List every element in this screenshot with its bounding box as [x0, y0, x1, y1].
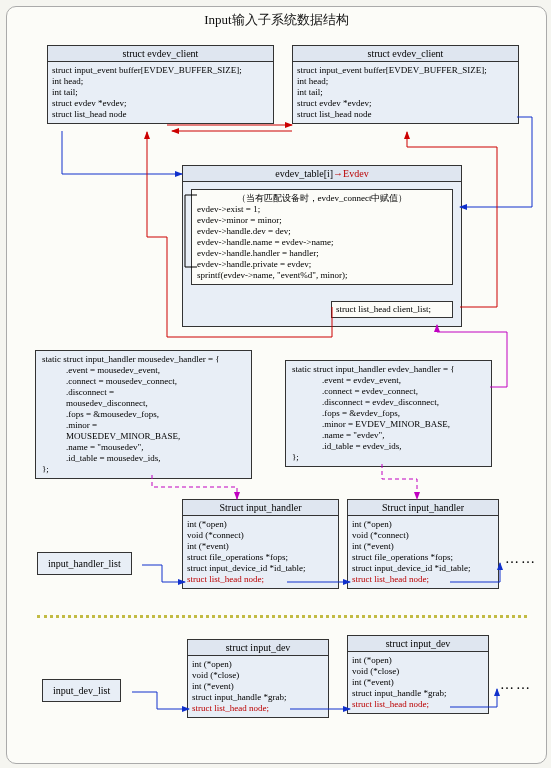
line: evdev->handle.private = evdev; — [197, 259, 311, 269]
line: struct file_operations *fops; — [187, 552, 288, 562]
box-head: Struct input_handler — [348, 500, 498, 516]
line: int head; — [52, 76, 83, 86]
line: .connect = evdev_connect, — [292, 386, 418, 396]
line: struct input_handle *grab; — [192, 692, 286, 702]
box-evdev-client-1: struct evdev_client struct input_event b… — [47, 45, 274, 124]
box-evdev-handler: static struct input_handler evdev_handle… — [285, 360, 492, 467]
line-red: struct list_head node; — [352, 574, 429, 584]
line: int tail; — [52, 87, 78, 97]
line: int (*open) — [352, 655, 392, 665]
line: .event = evdev_event, — [292, 375, 401, 385]
line: }; — [292, 452, 299, 462]
line: .event = mousedev_event, — [42, 365, 160, 375]
line: int (*open) — [352, 519, 392, 529]
box-body: int (*open) void (*connect) int (*event)… — [348, 516, 498, 588]
line: struct evdev *evdev; — [297, 98, 371, 108]
line: mousedev_disconnect, — [42, 398, 148, 408]
line: int head; — [297, 76, 328, 86]
box-head: evdev_table[i]→Evdev — [183, 166, 461, 182]
line: int (*event) — [352, 541, 394, 551]
box-body: int (*open) void (*connect) int (*event)… — [183, 516, 338, 588]
line: .minor = — [42, 420, 97, 430]
box-input-dev-1: struct input_dev int (*open) void (*clos… — [187, 639, 329, 718]
line: struct input_handle *grab; — [352, 688, 446, 698]
box-body: static struct input_handler evdev_handle… — [286, 361, 491, 466]
box-evdev-table: evdev_table[i]→Evdev （当有匹配设备时，evdev_conn… — [182, 165, 462, 327]
line: struct evdev *evdev; — [52, 98, 126, 108]
line: struct input_event buffer[EVDEV_BUFFER_S… — [297, 65, 487, 75]
line: void (*connect) — [352, 530, 409, 540]
diagram-title: Input输入子系统数据结构 — [204, 11, 348, 29]
inner-body: （当有匹配设备时，evdev_connect中赋值） evdev->exist … — [191, 189, 453, 285]
line: evdev->handle.name = evdev->name; — [197, 237, 333, 247]
line-red: struct list_head node; — [352, 699, 429, 709]
line: .id_table = mousedev_ids, — [42, 453, 161, 463]
line: .fops = &mousedev_fops, — [42, 409, 159, 419]
line: .disconnect = evdev_disconnect, — [292, 397, 439, 407]
line: evdev->handle.handler = handler; — [197, 248, 319, 258]
box-body: int (*open) void (*close) int (*event) s… — [188, 656, 328, 717]
line: static struct input_handler mousedev_han… — [42, 354, 220, 364]
line: static struct input_handler evdev_handle… — [292, 364, 455, 374]
line: .minor = EVDEV_MINOR_BASE, — [292, 419, 450, 429]
line: struct input_device_id *id_table; — [187, 563, 305, 573]
head-pre: evdev_table[i] — [275, 168, 333, 179]
line: int (*event) — [192, 681, 234, 691]
line: void (*close) — [192, 670, 239, 680]
line: int tail; — [297, 87, 323, 97]
dots: …… — [500, 677, 532, 693]
label-input-dev-list: input_dev_list — [42, 679, 121, 702]
box-head: struct evdev_client — [293, 46, 518, 62]
line: int (*open) — [192, 659, 232, 669]
line: }; — [42, 464, 49, 474]
box-evdev-client-2: struct evdev_client struct input_event b… — [292, 45, 519, 124]
line: int (*event) — [352, 677, 394, 687]
line: struct list_head node — [52, 109, 126, 119]
label-text: input_dev_list — [53, 685, 110, 696]
line: struct input_device_id *id_table; — [352, 563, 470, 573]
line: struct input_event buffer[EVDEV_BUFFER_S… — [52, 65, 242, 75]
line: evdev->minor = minor; — [197, 215, 282, 225]
line: void (*connect) — [187, 530, 244, 540]
line-red: struct list_head node; — [187, 574, 264, 584]
line: sprintf(evdev->name, "event%d", minor); — [197, 270, 347, 280]
line: MOUSEDEV_MINOR_BASE, — [42, 431, 180, 441]
line: .id_table = evdev_ids, — [292, 441, 402, 451]
box-body: struct input_event buffer[EVDEV_BUFFER_S… — [48, 62, 273, 123]
box-input-handler-2: Struct input_handler int (*open) void (*… — [347, 499, 499, 589]
line: struct list_head node — [297, 109, 371, 119]
box-mousedev-handler: static struct input_handler mousedev_han… — [35, 350, 252, 479]
dots: …… — [505, 551, 537, 567]
box-head: struct evdev_client — [48, 46, 273, 62]
head-red: Evdev — [343, 168, 369, 179]
line: .disconnect = — [42, 387, 114, 397]
line: struct list_head client_list; — [336, 304, 431, 314]
line: struct file_operations *fops; — [352, 552, 453, 562]
box-head: struct input_dev — [348, 636, 488, 652]
label-input-handler-list: input_handler_list — [37, 552, 132, 575]
line: int (*event) — [187, 541, 229, 551]
box-body: static struct input_handler mousedev_han… — [36, 351, 251, 478]
line-red: struct list_head node; — [192, 703, 269, 713]
line: .connect = mousedev_connect, — [42, 376, 177, 386]
line: （当有匹配设备时，evdev_connect中赋值） — [197, 193, 447, 204]
client-list: struct list_head client_list; — [331, 301, 453, 318]
line: .fops = &evdev_fops, — [292, 408, 400, 418]
divider — [37, 615, 527, 618]
line: .name = "evdev", — [292, 430, 384, 440]
box-input-handler-1: Struct input_handler int (*open) void (*… — [182, 499, 339, 589]
box-body: int (*open) void (*close) int (*event) s… — [348, 652, 488, 713]
line: evdev->exist = 1; — [197, 204, 260, 214]
line: evdev->handle.dev = dev; — [197, 226, 291, 236]
box-head: struct input_dev — [188, 640, 328, 656]
head-arrow: → — [333, 168, 343, 179]
line: int (*open) — [187, 519, 227, 529]
line: void (*close) — [352, 666, 399, 676]
label-text: input_handler_list — [48, 558, 121, 569]
box-input-dev-2: struct input_dev int (*open) void (*clos… — [347, 635, 489, 714]
line: .name = "mousedev", — [42, 442, 143, 452]
box-head: Struct input_handler — [183, 500, 338, 516]
box-body: struct input_event buffer[EVDEV_BUFFER_S… — [293, 62, 518, 123]
